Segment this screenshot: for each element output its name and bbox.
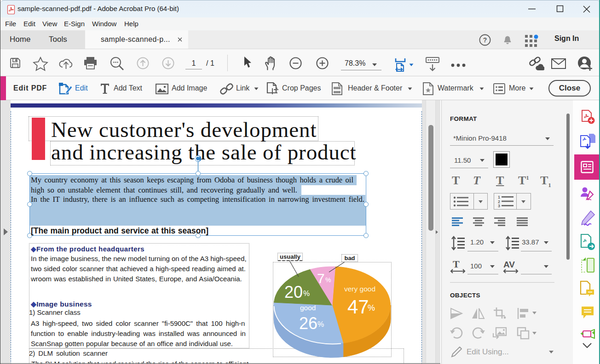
- svg-text:?: ?: [483, 36, 487, 44]
- svg-text:AV: AV: [503, 260, 515, 269]
- svg-text:%: %: [325, 276, 331, 284]
- svg-text:1: 1: [498, 195, 500, 199]
- svg-text:26: 26: [299, 314, 317, 333]
- svg-text:7: 7: [317, 271, 325, 286]
- svg-text:20: 20: [284, 283, 303, 301]
- svg-text:%: %: [303, 290, 310, 297]
- svg-text:T: T: [453, 259, 460, 270]
- svg-text:%: %: [368, 303, 375, 313]
- svg-text:good: good: [300, 304, 316, 312]
- svg-text:very good: very good: [344, 285, 375, 293]
- svg-text:3: 3: [498, 204, 500, 208]
- svg-text:%: %: [317, 320, 324, 328]
- svg-text:2: 2: [498, 199, 500, 204]
- svg-text:47: 47: [347, 296, 369, 318]
